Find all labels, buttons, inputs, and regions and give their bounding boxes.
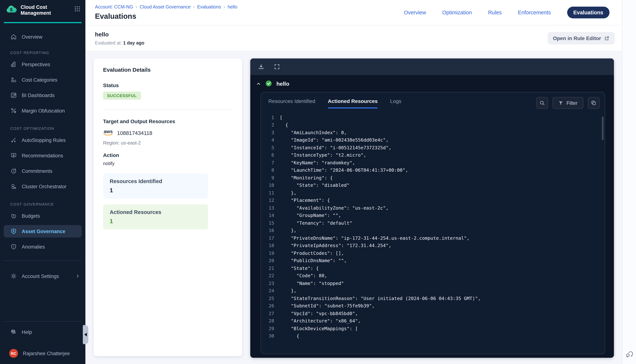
breadcrumb-link[interactable]: Cloud Asset Governance — [140, 4, 191, 10]
code-line: 26 "SubnetId": "subnet-75fe9b39", — [261, 302, 605, 310]
code-line: 13 "AvailabilityZone": "us-east-2c", — [261, 204, 605, 212]
sidebar-item-cluster-orchestrator[interactable]: Cluster Orchestrator — [0, 180, 85, 193]
open-in-rule-editor-button[interactable]: Open in Rule Editor — [548, 32, 615, 44]
search-button[interactable] — [536, 97, 548, 109]
sidebar-item-autostopping-rules[interactable]: AutoStopping Rules — [0, 134, 85, 146]
line-number: 3 — [261, 130, 274, 135]
line-content: "AmiLaunchIndex": 0, — [280, 130, 347, 135]
code-line: 4 "ImageId": "ami-002438e556dd03e4c", — [261, 136, 605, 144]
line-content: [ — [280, 115, 282, 120]
evaluation-results-panel: hello Resources Identified — [250, 58, 614, 358]
download-icon[interactable] — [258, 64, 264, 70]
action-label: Action — [103, 152, 233, 158]
line-content: "PrivateDnsName": "ip-172-31-44-254.us-e… — [280, 235, 469, 241]
svg-text:$: $ — [10, 7, 13, 12]
user-menu[interactable]: RC Rajarshee Chatterjee — [0, 347, 85, 360]
line-content: "Architecture": "x86_64", — [280, 318, 361, 324]
line-number: 16 — [261, 228, 274, 233]
copy-button[interactable] — [588, 97, 599, 109]
line-content: "AvailabilityZone": "us-east-2c", — [280, 205, 389, 211]
tab-resources-identified[interactable]: Resources Identified — [268, 98, 315, 108]
history-clock-icon — [10, 168, 17, 174]
line-number: 12 — [261, 198, 274, 203]
fullscreen-icon[interactable] — [274, 64, 280, 70]
code-line: 29 "BlockDeviceMappings": [ — [261, 325, 605, 332]
code-line: 6 "InstanceType": "t2.micro", — [261, 151, 605, 159]
line-number: 27 — [261, 311, 274, 316]
code-line: 22 "Code": 80, — [261, 272, 605, 280]
line-content: "State": { — [280, 266, 319, 271]
sidebar-item-label: AutoStopping Rules — [22, 137, 66, 143]
nav-link-optimization[interactable]: Optimization — [442, 10, 472, 16]
line-number: 11 — [261, 190, 274, 196]
nav-link-overview[interactable]: Overview — [404, 10, 426, 16]
tab-logs[interactable]: Logs — [390, 98, 401, 108]
line-number: 15 — [261, 220, 274, 226]
line-number: 30 — [261, 333, 274, 339]
sidebar-item-asset-governance[interactable]: $ Asset Governance — [4, 225, 82, 238]
recommendation-icon — [10, 152, 17, 159]
evaluation-title: hello — [95, 31, 144, 38]
sidebar-item-recommendations[interactable]: Recommendations — [0, 149, 85, 162]
line-content: "BlockDeviceMappings": [ — [280, 326, 358, 331]
cloud-dollar-logo-icon: $ — [6, 4, 17, 14]
breadcrumb-link[interactable]: Evaluations — [197, 4, 221, 10]
sidebar-item-label: Cluster Orchestrator — [22, 184, 67, 189]
sidebar-group-cost-optimization: AutoStopping Rules Recommendations Commi… — [0, 131, 85, 193]
evaluated-at-label: Evaluated at: — [95, 40, 122, 46]
nav-link-evaluations-active[interactable]: Evaluations — [567, 6, 609, 18]
nav-link-rules[interactable]: Rules — [488, 10, 502, 16]
code-line: 28 "Architecture": "x86_64", — [261, 317, 605, 325]
target-resources-heading: Target and Output Resources — [103, 118, 233, 124]
target-account-row: aws 108817434118 — [103, 130, 233, 136]
filter-button[interactable]: Filter — [552, 97, 583, 109]
resources-identified-box: Resources Identified 1 — [103, 174, 208, 198]
sidebar-item-bi-dashboards[interactable]: BI Dashboards — [0, 89, 85, 102]
svg-text:?: ? — [12, 330, 14, 333]
nav-link-enforcements[interactable]: Enforcements — [518, 10, 551, 16]
external-link-icon — [604, 36, 609, 41]
line-content: "SubnetId": "subnet-75fe9b39", — [280, 303, 375, 309]
shield-dollar-icon: $ — [10, 228, 17, 234]
sidebar-divider — [5, 321, 81, 322]
code-line: 17 "PrivateDnsName": "ip-172-31-44-254.u… — [261, 234, 605, 242]
action-value: notify — [103, 161, 233, 166]
sidebar-item-account-settings[interactable]: Account Settings — [0, 270, 85, 282]
sidebar-collapse-handle[interactable] — [83, 325, 88, 344]
support-chat-icon[interactable] — [625, 350, 633, 358]
actioned-resources-box: Actioned Resources 1 — [103, 204, 208, 230]
page-title: Evaluations — [95, 12, 237, 20]
breadcrumb-link[interactable]: hello — [228, 4, 237, 10]
sidebar-group-cost-governance: $ Budgets $ Asset Governance ! Anomalies — [0, 207, 85, 253]
module-accent-rule — [4, 22, 82, 23]
app-switcher-grid-icon[interactable] — [74, 6, 80, 12]
sidebar-item-cost-categories[interactable]: Cost Categories — [0, 74, 85, 86]
sidebar-item-overview[interactable]: Overview — [0, 30, 85, 43]
line-content: "Tenancy": "default" — [280, 220, 352, 226]
sidebar-item-budgets[interactable]: $ Budgets — [0, 210, 85, 222]
search-icon — [539, 100, 545, 106]
cloud-cost-management-app: $ Cloud Cost Management Overview COST RE… — [0, 0, 636, 364]
sidebar-item-margin-obfuscation[interactable]: Margin Obfuscation — [0, 104, 85, 117]
breadcrumb-link[interactable]: Account: CCM-NG — [95, 4, 133, 10]
collapse-chevron-up-icon[interactable] — [256, 81, 261, 86]
sidebar-item-label: Overview — [22, 34, 43, 40]
sidebar-item-label: Account Settings — [22, 273, 59, 279]
resources-card: Resources Identified Actioned Resources — [261, 92, 605, 354]
gear-icon — [10, 273, 17, 280]
module-nav: OverviewOptimizationRulesEnforcements Ev… — [404, 0, 609, 25]
brand-header: $ Cloud Cost Management — [0, 0, 85, 16]
code-line: 3 "AmiLaunchIndex": 0, — [261, 129, 605, 136]
tab-actioned-resources[interactable]: Actioned Resources — [328, 98, 378, 108]
line-content: }, — [280, 190, 296, 196]
line-content: { — [280, 333, 299, 339]
sidebar-item-help[interactable]: ? Help — [0, 326, 85, 338]
sidebar-section-label: COST OPTIMIZATION — [0, 126, 85, 131]
shapes-icon — [10, 76, 17, 83]
line-number: 28 — [261, 318, 274, 324]
line-number: 8 — [261, 168, 274, 173]
sidebar-item-commitments[interactable]: Commitments — [0, 165, 85, 177]
scrollbar-thumb[interactable] — [602, 116, 604, 140]
sidebar-item-perspectives[interactable]: Perspectives — [0, 58, 85, 70]
sidebar-item-anomalies[interactable]: ! Anomalies — [0, 240, 85, 253]
